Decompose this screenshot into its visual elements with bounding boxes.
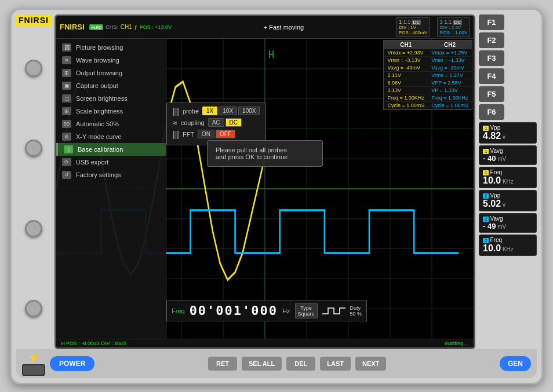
menu-item-picture-browsing[interactable]: 🖼 Picture browsing bbox=[56, 41, 166, 54]
table-row: Cycle = 1.00mS Cycle = 1.00mS bbox=[384, 101, 472, 109]
next-button[interactable]: NEXT bbox=[355, 357, 386, 371]
capture-icon: ▣ bbox=[62, 82, 71, 90]
status-left: H POS : -8.00uS DIV : 20uS bbox=[61, 340, 126, 346]
coupling-bar-icon: ≈ bbox=[173, 118, 177, 127]
menu-label-capture: Capture output bbox=[76, 82, 118, 89]
sel-all-button[interactable]: SEL ALL bbox=[242, 357, 282, 371]
f-symbol: ƒ bbox=[134, 24, 137, 30]
vavg1-value: - 40 bbox=[483, 154, 496, 163]
vpp-ch1: 6.06V bbox=[384, 79, 428, 86]
menu-label-calibration: Base calibration bbox=[78, 146, 123, 153]
usb-symbol: ⚡ bbox=[22, 351, 45, 376]
f6-button[interactable]: F6 bbox=[479, 104, 504, 120]
probe-100x-btn[interactable]: 100X bbox=[238, 107, 260, 115]
cal-icon: ||| bbox=[64, 145, 73, 153]
vmin-ch1: Vmin = -3.13V bbox=[384, 56, 428, 64]
ch2-info-box: 2 1:1 DC DIV : 2.5V POS : -1.00V bbox=[437, 17, 470, 37]
coupling-dc-btn[interactable]: DC bbox=[225, 118, 242, 127]
vpp2-unit: v bbox=[503, 202, 505, 208]
power-button[interactable]: POWER bbox=[50, 356, 94, 371]
knob-2[interactable] bbox=[25, 140, 42, 157]
fft-btn-group: ON OFF bbox=[198, 130, 235, 138]
scale-icon: ⊞ bbox=[62, 107, 71, 115]
menu-item-automatic-50[interactable]: 50 Automatic 50% bbox=[56, 118, 166, 130]
f4-button[interactable]: F4 bbox=[479, 68, 504, 84]
vpp-ch2: VPP = 2.58V bbox=[428, 79, 472, 86]
del-button[interactable]: DEL bbox=[286, 357, 315, 371]
vmin-ch2: Vmin = -1.33V bbox=[428, 56, 472, 64]
main-screen: FNIRSI Auto CHS: CH1 ƒ POS : +13.0V + Fa… bbox=[54, 14, 475, 349]
probe-10x-btn[interactable]: 10X bbox=[219, 107, 237, 115]
f3-button[interactable]: F3 bbox=[479, 50, 504, 66]
vmax-ch2: Vmax = +1.25V bbox=[428, 49, 472, 57]
output-icon: ⊞ bbox=[62, 69, 71, 77]
table-row: 2.11V Vrms = 1.27V bbox=[384, 71, 472, 79]
usb-icon: ⟳ bbox=[62, 158, 71, 166]
ch1-num: 1 bbox=[399, 19, 402, 25]
screen-header: FNIRSI Auto CHS: CH1 ƒ POS : +13.0V + Fa… bbox=[56, 16, 474, 39]
f2-button[interactable]: F2 bbox=[479, 32, 504, 48]
freq-display-label: Freq bbox=[172, 307, 185, 314]
gen-button[interactable]: GEN bbox=[500, 356, 531, 371]
vavg1-block: 1Vavg - 40 mV bbox=[479, 145, 537, 165]
table-row: Vavg = -49mV Vavg = -20mV bbox=[384, 64, 472, 71]
vmax-ch1: Vmax = +2.93V bbox=[384, 49, 428, 57]
freq2-unit: KHz bbox=[503, 246, 514, 252]
duty-display: Duty 50 % bbox=[350, 305, 362, 317]
fast-moving-label: + Fast moving bbox=[176, 24, 391, 31]
vpp1-block: 1Vpp 4.82 v bbox=[479, 122, 537, 144]
table-row: 3.13V VP = 1.33V bbox=[384, 86, 472, 94]
table-row: Freq = 1.00KHz Freq = 1.00KHz bbox=[384, 94, 472, 101]
fft-row: ||| FFT ON OFF bbox=[173, 130, 260, 139]
vavg2-block: 2Vavg - 49 mV bbox=[479, 213, 537, 233]
square-wave-icon bbox=[322, 305, 345, 317]
auto-badge: Auto bbox=[89, 24, 104, 30]
meas-ch1-header: CH1 bbox=[384, 41, 428, 49]
ch2-badge-vavg: 2 bbox=[483, 217, 489, 222]
table-row: Vmin = -3.13V Vmin = -1.33V bbox=[384, 56, 472, 64]
probe-btn-group: 1X 10X 100X bbox=[202, 107, 260, 115]
menu-item-usb-export[interactable]: ⟳ USB export bbox=[56, 156, 166, 168]
ret-button[interactable]: RET bbox=[208, 357, 237, 371]
coupling-ac-btn[interactable]: AC bbox=[208, 118, 224, 127]
knob-3[interactable] bbox=[25, 220, 42, 237]
f5-button[interactable]: F5 bbox=[479, 86, 504, 102]
last-button[interactable]: LAST bbox=[320, 357, 351, 371]
ch1-div: DIV : 1V bbox=[399, 25, 427, 30]
menu-item-scale-brightness[interactable]: ⊞ Scale brightness bbox=[56, 105, 166, 118]
menu-item-base-calibration[interactable]: ||| Base calibration bbox=[56, 143, 166, 156]
oscilloscope-device: FNIRSI FNIRSI Auto CHS: CH1 ƒ POS : +13.… bbox=[10, 8, 543, 384]
fft-off-btn[interactable]: OFF bbox=[216, 130, 235, 138]
fft-on-btn[interactable]: ON bbox=[198, 130, 214, 138]
ch2-ratio: 1:1 bbox=[444, 19, 453, 25]
menu-item-wave-browsing[interactable]: ≋ Wave browsing bbox=[56, 54, 166, 67]
menu-label-factory: Factory settings bbox=[76, 171, 121, 178]
freq-ch1: Freq = 1.00KHz bbox=[384, 94, 428, 101]
menu-item-screen-brightness[interactable]: ◻ Screen brightness bbox=[56, 92, 166, 105]
probe-1x-btn[interactable]: 1X bbox=[202, 107, 217, 115]
menu-item-factory-settings[interactable]: ↺ Factory settings bbox=[56, 168, 166, 181]
ch1-badge-vpp: 1 bbox=[483, 126, 489, 131]
vavg-ch1: Vavg = -49mV bbox=[384, 64, 428, 71]
menu-label-picture: Picture browsing bbox=[76, 44, 123, 51]
knob-4[interactable] bbox=[25, 300, 42, 317]
ch2-num: 2 bbox=[440, 19, 443, 25]
fx-buttons: F1 F2 F3 F4 F5 F6 bbox=[479, 14, 537, 120]
table-row: 6.06V VPP = 2.58V bbox=[384, 79, 472, 86]
f1-button[interactable]: F1 bbox=[479, 14, 504, 30]
menu-item-output-browsing[interactable]: ⊞ Output browsing bbox=[56, 67, 166, 79]
shape-label: Square bbox=[298, 311, 315, 317]
vp-ch2: VP = 1.33V bbox=[428, 86, 472, 94]
ch1-info-box: 1 1:1 DC DIV : 1V POS : 400mV bbox=[396, 17, 430, 37]
type-label: Type bbox=[300, 305, 312, 311]
menu-item-xy-mode[interactable]: ⊗ X-Y mode curve bbox=[56, 130, 166, 143]
screen-logo: FNIRSI bbox=[60, 23, 85, 31]
screen-status-bar: H POS : -8.00uS DIV : 20uS Waitting ... bbox=[56, 339, 474, 347]
bottom-center-buttons: RET SEL ALL DEL LAST NEXT bbox=[208, 357, 386, 371]
menu-item-capture-output[interactable]: ▣ Capture output bbox=[56, 79, 166, 92]
freq-display-value: 00'001'000 bbox=[190, 303, 278, 318]
knob-1[interactable] bbox=[25, 60, 42, 77]
vrms-ch1: 2.11V bbox=[384, 71, 428, 79]
vp-ch1: 3.13V bbox=[384, 86, 428, 94]
freq-ch2: Freq = 1.00KHz bbox=[428, 94, 472, 101]
